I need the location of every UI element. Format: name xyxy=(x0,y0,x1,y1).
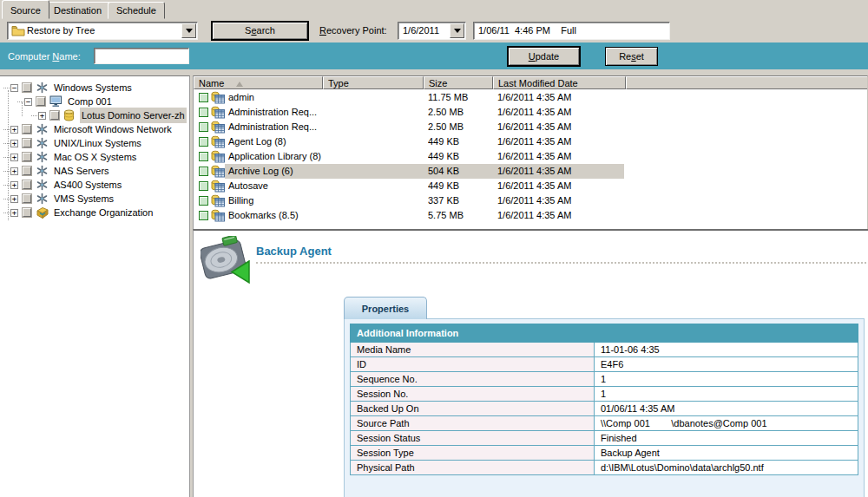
file-name: Archive Log (6) xyxy=(228,164,322,179)
tree-checkbox[interactable] xyxy=(23,167,31,175)
database-table-icon xyxy=(211,209,225,222)
tree-checkbox[interactable] xyxy=(23,153,31,161)
tree-item-comp-001[interactable]: −Comp 001 xyxy=(0,94,189,108)
backup-restore-window: Source Destination Schedule Restore by T… xyxy=(0,0,868,497)
column-header-type[interactable]: Type xyxy=(323,76,424,89)
database-table-icon xyxy=(211,135,225,148)
file-name: Billing xyxy=(228,193,322,208)
collapse-icon[interactable]: − xyxy=(24,98,32,106)
expand-icon[interactable]: + xyxy=(10,209,18,217)
recovery-point-dropdown-button[interactable] xyxy=(450,23,464,38)
tree-checkbox[interactable] xyxy=(23,83,31,92)
restore-mode-dropdown-button[interactable] xyxy=(181,23,196,38)
file-row-application-library-8[interactable]: Application Library (8)449 KB1/6/2011 4:… xyxy=(194,149,868,164)
tree-item-as400-systems[interactable]: +AS400 Systems xyxy=(0,177,189,191)
file-checkbox[interactable] xyxy=(199,137,208,147)
file-checkbox[interactable] xyxy=(199,167,208,176)
tab-destination-label: Destination xyxy=(54,5,102,16)
tree-item-nas-servers[interactable]: +NAS Servers xyxy=(0,163,189,177)
expand-icon[interactable]: + xyxy=(10,181,18,189)
tab-source[interactable]: Source xyxy=(2,0,49,19)
computer-name-label: Computer Name: xyxy=(8,51,81,62)
file-row-bookmarks-8-5[interactable]: Bookmarks (8.5)5.75 MB1/6/2011 4:35 AM xyxy=(194,208,868,223)
column-header-size[interactable]: Size xyxy=(424,76,493,89)
update-button[interactable]: Update xyxy=(508,47,580,66)
tree-item-exchange-organization[interactable]: +Exchange Organization xyxy=(0,205,189,219)
tree-item-unix-linux-systems[interactable]: +UNIX/Linux Systems xyxy=(0,135,189,149)
section-title: Additional Information xyxy=(351,324,858,343)
column-header-last-modified-date[interactable]: Last Modified Date xyxy=(493,76,626,89)
expand-icon[interactable]: + xyxy=(10,154,18,161)
collapse-icon[interactable]: − xyxy=(10,84,18,92)
expand-icon[interactable]: + xyxy=(10,195,18,203)
file-row-administration-req[interactable]: Administration Req...2.50 MB1/6/2011 4:3… xyxy=(194,120,868,134)
property-label: ID xyxy=(351,357,595,372)
column-header-label: Type xyxy=(328,78,349,88)
property-label: Physical Path xyxy=(351,461,595,475)
database-table-icon xyxy=(211,150,225,163)
file-name: admin xyxy=(228,90,322,105)
additional-information-table: Additional Information Media Name11-01-0… xyxy=(350,324,858,475)
reset-button[interactable]: Reset xyxy=(605,47,658,66)
database-table-icon xyxy=(211,121,225,134)
tree-checkbox[interactable] xyxy=(50,111,59,120)
tree-item-lotus-domino-server-zh[interactable]: +Lotus Domino Server-zh xyxy=(0,108,189,121)
file-row-administration-req[interactable]: Administration Req...2.50 MB1/6/2011 4:3… xyxy=(194,105,868,120)
file-checkbox[interactable] xyxy=(199,181,208,191)
folder-icon xyxy=(11,25,25,36)
tab-properties-label: Properties xyxy=(362,304,409,314)
file-modified: 1/6/2011 4:35 AM xyxy=(497,149,624,164)
expand-icon[interactable]: + xyxy=(10,126,18,134)
expand-icon[interactable]: + xyxy=(10,167,18,175)
tab-destination[interactable]: Destination xyxy=(45,2,110,19)
network-icon xyxy=(36,137,49,149)
computer-name-input[interactable] xyxy=(94,48,189,64)
property-value: d:\IBM\Lotus\Domino\data\archlg50.ntf xyxy=(595,461,858,475)
restore-mode-value: Restore by Tree xyxy=(27,25,95,36)
exchange-icon xyxy=(36,206,49,219)
file-checkbox[interactable] xyxy=(199,122,208,132)
file-row-admin[interactable]: admin11.75 MB1/6/2011 4:35 AM xyxy=(194,90,868,105)
database-table-icon xyxy=(211,180,225,193)
recovery-point-combobox[interactable]: 1/6/2011 xyxy=(398,22,466,40)
property-label: Backed Up On xyxy=(351,402,595,416)
tab-properties[interactable]: Properties xyxy=(344,297,427,319)
tree-checkbox[interactable] xyxy=(23,208,31,217)
file-row-billing[interactable]: Billing337 KB1/6/2011 4:35 AM xyxy=(194,193,868,208)
expand-icon[interactable]: + xyxy=(10,140,18,147)
file-row-autosave[interactable]: Autosave449 KB1/6/2011 4:35 AM xyxy=(194,179,868,193)
file-modified: 1/6/2011 4:35 AM xyxy=(497,120,624,134)
expand-icon[interactable]: + xyxy=(38,112,46,120)
tree-item-mac-os-x-systems[interactable]: +Mac OS X Systems xyxy=(0,149,189,163)
file-size: 504 KB xyxy=(428,164,492,179)
file-row-archive-log-6[interactable]: Archive Log (6)504 KB1/6/2011 4:35 AM xyxy=(194,164,868,179)
restore-mode-combobox[interactable]: Restore by Tree xyxy=(7,22,198,40)
file-checkbox[interactable] xyxy=(199,108,208,117)
tree-item-windows-systems[interactable]: −Windows Systems xyxy=(0,80,189,94)
file-checkbox[interactable] xyxy=(199,196,208,206)
tree-checkbox[interactable] xyxy=(23,194,31,203)
file-row-agent-log-8[interactable]: Agent Log (8)449 KB1/6/2011 4:35 AM xyxy=(194,134,868,149)
network-icon xyxy=(36,123,49,135)
database-icon xyxy=(63,109,77,121)
tree-checkbox[interactable] xyxy=(23,125,31,134)
file-checkbox[interactable] xyxy=(199,211,208,220)
tree-checkbox[interactable] xyxy=(36,97,45,106)
tab-schedule[interactable]: Schedule xyxy=(108,2,165,19)
column-header-name[interactable]: Name xyxy=(194,76,323,89)
file-checkbox[interactable] xyxy=(199,93,208,102)
property-label: Source Path xyxy=(351,416,595,431)
property-value: 1 xyxy=(595,372,858,387)
tree-connector-line xyxy=(8,90,9,220)
recovery-detail-field[interactable]: 1/06/11 4:46 PM Full xyxy=(473,22,670,40)
tree-item-microsoft-windows-network[interactable]: +Microsoft Windows Network xyxy=(0,121,189,135)
search-button[interactable]: Search xyxy=(212,22,308,40)
file-name: Administration Req... xyxy=(228,105,322,120)
property-label: Session Type xyxy=(351,446,595,461)
tree-item-vms-systems[interactable]: +VMS Systems xyxy=(0,191,189,205)
file-checkbox[interactable] xyxy=(199,152,208,161)
tree-item-label[interactable]: Exchange Organization xyxy=(52,205,155,220)
tree-checkbox[interactable] xyxy=(23,139,31,147)
detail-title-rule xyxy=(256,262,866,264)
tree-checkbox[interactable] xyxy=(23,180,31,189)
